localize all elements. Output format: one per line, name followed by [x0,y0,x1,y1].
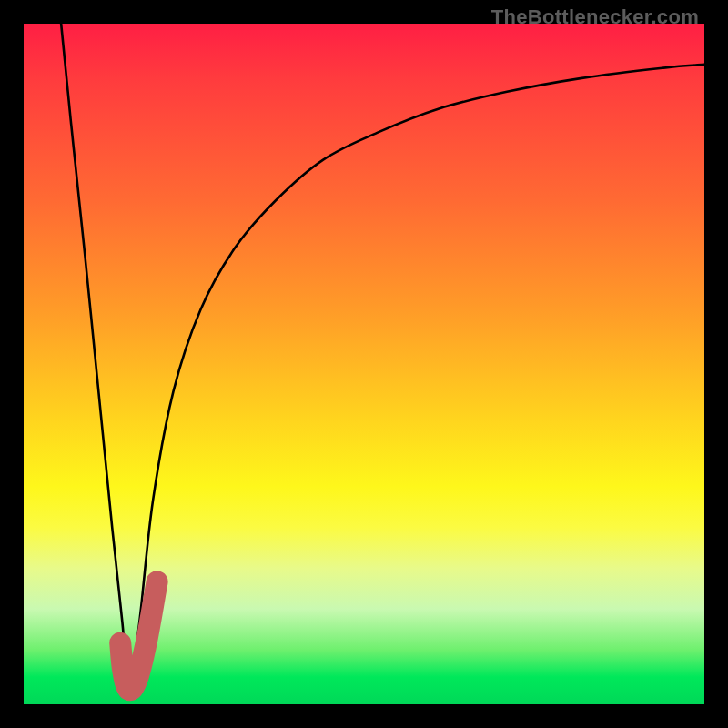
credit-label: TheBottlenecker.com [491,5,699,29]
chart-overlay [24,24,704,704]
chart-frame: TheBottlenecker.com [0,0,728,728]
j-marker [120,581,157,690]
